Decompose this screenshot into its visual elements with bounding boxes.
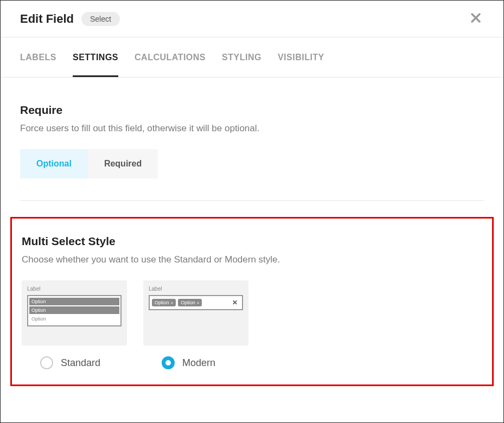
preview-listbox: Option Option Option	[27, 295, 122, 326]
settings-panel: Require Force users to fill out this fie…	[1, 78, 503, 386]
close-icon[interactable]	[468, 10, 484, 27]
chip-remove-icon: ×	[171, 300, 174, 305]
field-type-badge: Select	[81, 12, 120, 26]
preview-option: Option	[29, 315, 119, 323]
require-optional-button[interactable]: Optional	[20, 149, 88, 178]
radio-modern[interactable]: Modern	[143, 356, 248, 369]
require-desc: Force users to fill out this field, othe…	[20, 123, 484, 134]
radio-label-standard: Standard	[61, 357, 100, 369]
style-card-standard[interactable]: Label Option Option Option Standard	[22, 280, 127, 369]
style-preview-modern: Label Option× Option× ✕	[143, 280, 248, 345]
tab-labels[interactable]: LABELS	[20, 37, 56, 77]
section-divider	[20, 200, 484, 201]
multi-select-style-section: Multi Select Style Choose whether you wa…	[10, 217, 494, 386]
style-card-modern[interactable]: Label Option× Option× ✕ Modern	[143, 280, 248, 369]
preview-option-selected: Option	[29, 298, 119, 305]
require-section: Require Force users to fill out this fie…	[20, 104, 484, 178]
chip-remove-icon: ×	[197, 300, 200, 305]
tab-styling[interactable]: STYLING	[222, 37, 261, 77]
style-options-row: Label Option Option Option Standard Labe…	[22, 280, 482, 369]
preview-option-selected: Option	[29, 306, 119, 314]
tab-visibility[interactable]: VISIBILITY	[278, 37, 324, 77]
preview-chip: Option×	[152, 299, 176, 306]
clear-all-icon: ✕	[230, 299, 240, 306]
dialog-title: Edit Field	[20, 12, 74, 26]
multi-select-desc: Choose whether you want to use the Stand…	[22, 254, 482, 265]
radio-icon	[40, 356, 53, 369]
tab-bar: LABELS SETTINGS CALCULATIONS STYLING VIS…	[1, 37, 503, 78]
radio-icon-selected	[162, 356, 175, 369]
multi-select-title: Multi Select Style	[22, 235, 482, 248]
radio-standard[interactable]: Standard	[22, 356, 127, 369]
require-title: Require	[20, 104, 484, 117]
preview-chip: Option×	[178, 299, 202, 306]
preview-chipbox: Option× Option× ✕	[149, 295, 243, 310]
preview-label: Label	[149, 286, 243, 292]
tab-settings[interactable]: SETTINGS	[73, 37, 118, 77]
require-required-button[interactable]: Required	[88, 149, 158, 178]
require-toggle-group: Optional Required	[20, 149, 484, 178]
tab-calculations[interactable]: CALCULATIONS	[135, 37, 206, 77]
style-preview-standard: Label Option Option Option	[22, 280, 127, 345]
radio-label-modern: Modern	[182, 357, 215, 369]
preview-label: Label	[27, 286, 122, 292]
dialog-header: Edit Field Select	[1, 1, 503, 37]
